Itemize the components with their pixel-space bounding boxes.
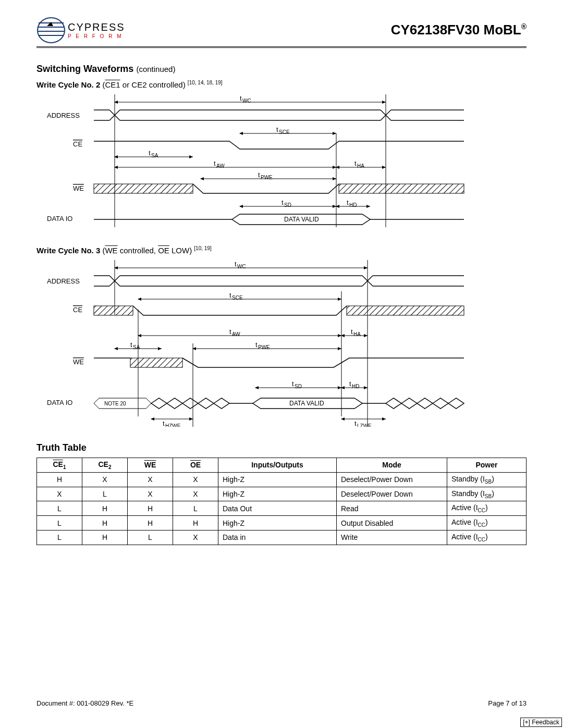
svg-rect-31 [94,184,193,193]
svg-text:HD: HD [352,384,359,389]
dataio-label-2: DATA IO [47,399,72,406]
table-row: HXXXHigh-ZDeselect/Power DownStandby (IS… [37,472,527,487]
svg-text:t: t [229,328,231,336]
svg-text:SA: SA [133,344,140,350]
table-row: LHHHHigh-ZOutput DisabledActive (ICC) [37,516,527,530]
svg-text:LZWE: LZWE [357,423,372,427]
svg-text:t: t [130,341,132,349]
svg-rect-75 [130,358,182,367]
tpwe-label: t [258,171,260,179]
svg-rect-60 [94,306,133,315]
feedback-button[interactable]: [+] Feedback [520,718,562,727]
svg-text:PWE: PWE [258,344,270,350]
cypress-globe-icon [36,16,68,44]
svg-text:t: t [292,380,294,388]
part-number: CY62138FV30 MoBL® [391,22,527,38]
write-cycle-2-title: Write Cycle No. 2 (CE1 or CE2 controlled… [36,80,527,89]
svg-text:t: t [235,260,237,268]
svg-text:t: t [229,291,231,299]
data-valid-label-2: DATA VALID [289,400,324,407]
data-valid-label: DATA VALID [284,216,319,223]
svg-text:HA: HA [353,331,361,337]
svg-text:t: t [349,380,351,388]
truth-table: CE1 CE2 WE OE Inputs/Outputs Mode Power … [36,458,527,545]
svg-text:WC: WC [242,98,251,104]
svg-text:t: t [351,328,353,336]
svg-text:HZWE: HZWE [165,423,181,427]
svg-text:AW: AW [232,331,240,337]
svg-text:PWE: PWE [261,175,273,180]
svg-text:t: t [163,419,165,427]
document-number: Document #: 001-08029 Rev. *E [36,699,133,707]
truth-table-title: Truth Table [36,442,527,453]
svg-text:SD: SD [284,202,291,208]
table-row: XLXXHigh-ZDeselect/Power DownStandby (IS… [37,487,527,501]
thd-label: t [347,199,349,206]
svg-text:SA: SA [151,153,158,158]
svg-text:SCE: SCE [279,129,290,135]
svg-text:SD: SD [295,384,302,389]
tsd-label: t [282,199,284,206]
address-label: ADDRESS [47,112,80,119]
cypress-logo: CYPRESS P E R F O R M [36,16,125,44]
svg-point-0 [38,18,65,43]
brand-text: CYPRESS [68,21,125,33]
tha-label: t [354,159,357,167]
section-title: Switching Waveforms (continued) [36,64,527,75]
svg-text:HD: HD [349,202,357,208]
svg-text:t: t [255,341,258,349]
we-label: WE [73,184,84,192]
svg-rect-32 [339,184,464,193]
ce-label: CE [73,140,82,148]
table-row: LHLXData inWriteActive (ICC) [37,530,527,545]
write-cycle-3-title: Write Cycle No. 3 (WE controlled, OE LOW… [36,245,527,255]
note20-label: NOTE 20 [104,401,126,406]
svg-text:AW: AW [216,163,225,169]
twc-label: t [240,94,242,102]
ce-label-2: CE [73,306,82,314]
dataio-label: DATA IO [47,215,72,223]
tsa-label: t [149,149,151,157]
brand-tagline: P E R F O R M [68,33,125,39]
table-row: LHHLData OutReadActive (ICC) [37,501,527,516]
write-cycle-2-diagram: tWC ADDRESS tSCE CE tSA tAW [47,94,527,230]
svg-text:HA: HA [357,163,364,169]
page-footer: Document #: 001-08029 Rev. *E Page 7 of … [36,699,527,707]
we-label-2: WE [73,358,84,366]
svg-text:WC: WC [237,264,246,269]
write-cycle-3-diagram: tWC ADDRESS tSCE CE tAW [47,260,527,427]
svg-text:t: t [354,419,357,427]
taw-label: t [214,159,216,167]
page-header: CYPRESS P E R F O R M CY62138FV30 MoBL® [36,16,527,48]
address-label-2: ADDRESS [47,277,80,285]
svg-text:SCE: SCE [232,295,243,301]
page-number: Page 7 of 13 [488,699,527,707]
tsce-label: t [276,126,278,133]
svg-rect-61 [347,306,464,315]
